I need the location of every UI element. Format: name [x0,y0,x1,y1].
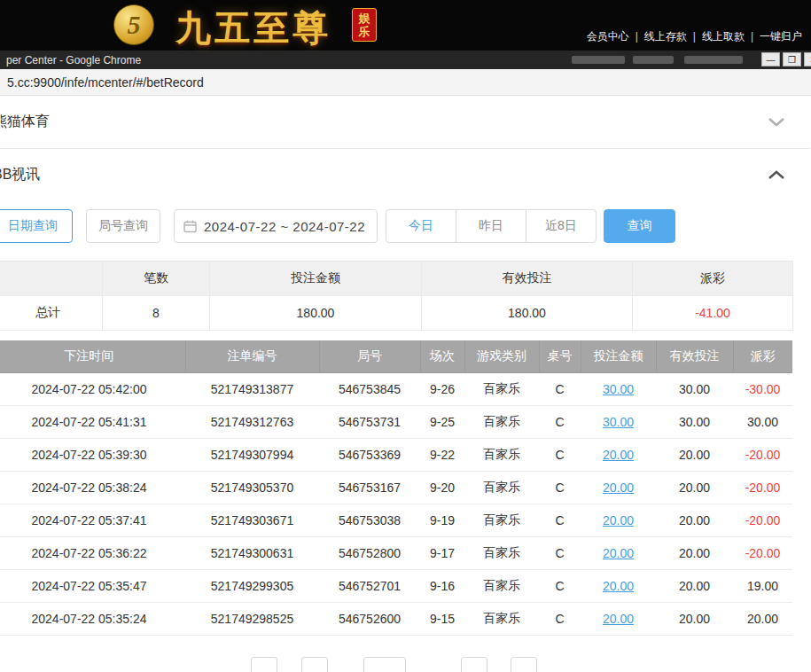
cell-payout: -20.00 [733,536,792,569]
bet-amount-link[interactable]: 20.00 [603,448,634,462]
banner-link[interactable]: 一键归户 [760,30,802,43]
cell-bet-time: 2024-07-22 05:37:41 [0,504,185,536]
cell-session: 9-15 [420,602,464,635]
cell-bet-amount: 20.00 [581,569,656,602]
bet-amount-link[interactable]: 20.00 [603,612,634,626]
pagination-page-button[interactable] [461,657,487,672]
window-title: per Center - Google Chrome [6,54,141,66]
banner-links: 会员中心|线上存款|线上取款|一键归户 [587,29,802,44]
chevron-down-icon[interactable] [768,117,785,127]
summary-header-cell: 有效投注 [422,262,633,296]
cell-session: 9-17 [420,536,464,569]
pagination-next-button[interactable] [511,657,537,672]
cell-valid-bet: 20.00 [656,602,733,635]
calendar-icon [183,220,197,233]
cell-game-type: 百家乐 [464,602,539,635]
cell-payout: -30.00 [733,372,792,405]
table-row: 2024-07-22 05:41:31521749312763546753731… [0,405,792,438]
cell-round-id: 546753038 [319,504,420,536]
page-url[interactable]: 5.cc:9900/infe/mcenter/#/betRecord [7,75,204,90]
bet-amount-link[interactable]: 30.00 [603,415,634,429]
cell-bet-amount: 30.00 [581,405,656,438]
summary-value-cell: 180.00 [422,296,633,331]
quick-date-button[interactable]: 今日 [386,209,456,243]
cell-session: 9-22 [420,438,464,471]
cell-session: 9-20 [420,471,464,504]
link-separator: | [693,30,696,43]
cell-round-id: 546753731 [319,405,420,438]
cell-session: 9-26 [420,372,464,405]
redacted-account-info [572,56,625,64]
cell-round-id: 546752600 [319,602,420,635]
cell-game-type: 百家乐 [464,438,539,471]
cell-session: 9-25 [420,405,464,438]
cell-valid-bet: 20.00 [656,504,733,536]
address-bar[interactable]: 5.cc:9900/infe/mcenter/#/betRecord [0,69,811,96]
cell-bet-amount: 20.00 [581,471,656,504]
table-row: 2024-07-22 05:38:24521749305370546753167… [0,471,792,504]
date-query-tab[interactable]: 日期查询 [0,209,73,243]
section-bb-video[interactable]: BB视讯 [0,149,810,200]
brand-badge: 娱乐 [352,8,377,42]
cell-order-id: 521749300631 [185,536,319,569]
window-maximize-button[interactable]: ❐ [783,52,801,66]
cell-bet-amount: 20.00 [581,504,656,536]
brand-badge-text: 娱乐 [358,12,370,38]
cell-bet-time: 2024-07-22 05:35:24 [0,602,185,635]
table-row: 2024-07-22 05:42:00521749313877546753845… [0,372,792,405]
cell-bet-time: 2024-07-22 05:38:24 [0,471,185,504]
date-range-picker[interactable]: 2024-07-22 ~ 2024-07-22 [174,209,378,243]
cell-bet-time: 2024-07-22 05:41:31 [0,405,185,438]
table-row: 2024-07-22 05:36:22521749300631546752800… [0,536,792,569]
summary-header-cell: 笔数 [103,262,210,296]
window-minimize-button[interactable]: — [761,52,780,66]
banner-link[interactable]: 线上存款 [644,30,687,43]
cell-bet-amount: 20.00 [581,602,656,635]
cell-payout: 19.00 [733,569,792,602]
cell-game-type: 百家乐 [464,372,539,405]
window-close-button[interactable]: ✕ [804,52,811,66]
quick-date-button[interactable]: 近8日 [526,209,597,243]
cell-table-no: C [539,602,581,635]
column-header-valid-bet: 有效投注 [656,340,733,372]
cell-payout: -20.00 [733,504,792,536]
cell-bet-time: 2024-07-22 05:35:47 [0,569,185,602]
bet-amount-link[interactable]: 30.00 [603,382,634,396]
cell-payout: 30.00 [733,405,792,438]
bet-amount-link[interactable]: 20.00 [603,481,634,495]
column-header-bet-amount: 投注金额 [581,340,656,372]
brand-coin-logo: 5 [113,4,154,45]
banner-link[interactable]: 会员中心 [587,30,629,43]
cell-valid-bet: 20.00 [656,569,733,602]
cell-table-no: C [539,471,581,504]
bet-amount-link[interactable]: 20.00 [603,513,634,527]
pagination-prev-button[interactable] [251,657,277,672]
summary-table: 笔数投注金额有效投注派彩总计8180.00180.00-41.00 [0,261,793,331]
coin-number: 5 [128,10,141,40]
section-panda-sports[interactable]: 熊猫体育 [0,96,810,149]
round-query-tab[interactable]: 局号查询 [86,209,160,243]
cell-game-type: 百家乐 [464,536,539,569]
bet-amount-link[interactable]: 20.00 [603,546,634,560]
cell-valid-bet: 20.00 [656,438,733,471]
pagination-page-button[interactable] [301,657,328,672]
bet-amount-link[interactable]: 20.00 [603,579,634,593]
summary-value-cell: 总计 [0,296,103,331]
cell-table-no: C [539,536,581,569]
search-button[interactable]: 查询 [604,209,675,243]
redacted-user-info [684,56,743,64]
pagination-size-select[interactable] [363,657,406,672]
summary-value-cell: 180.00 [210,296,422,331]
table-row: 2024-07-22 05:37:41521749303671546753038… [0,504,792,536]
link-separator: | [636,30,638,43]
cell-session: 9-16 [420,569,464,602]
cell-order-id: 521749299305 [185,569,319,602]
banner-link[interactable]: 线上取款 [702,30,745,43]
summary-header-row: 笔数投注金额有效投注派彩 [0,262,793,296]
chevron-up-icon[interactable] [768,170,785,180]
window-titlebar[interactable]: per Center - Google Chrome — ❐ ✕ [0,51,811,69]
cell-valid-bet: 30.00 [656,405,733,438]
summary-value-cell: -41.00 [633,296,793,331]
section-label: BB视讯 [0,166,40,184]
quick-date-button[interactable]: 昨日 [456,209,526,243]
